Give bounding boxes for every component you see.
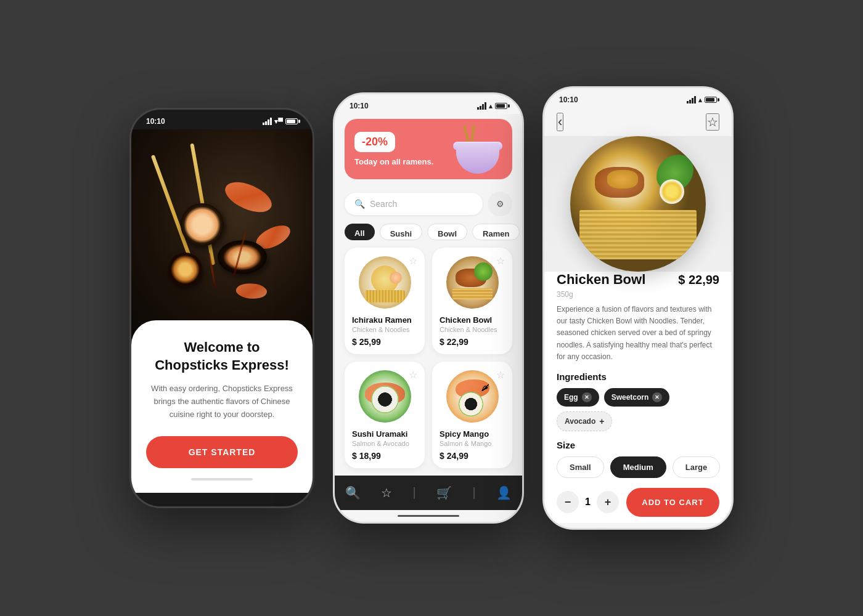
bowl-image xyxy=(446,256,499,309)
sushi-favorite-icon[interactable]: ☆ xyxy=(409,369,417,381)
status-bar-1: 10:10 ▾▀ xyxy=(131,110,313,129)
sushi-image xyxy=(359,370,411,423)
category-all[interactable]: All xyxy=(345,224,375,240)
ramen-sub: Chicken & Noodles xyxy=(352,326,417,333)
ingredient-egg[interactable]: Egg ✕ xyxy=(557,388,599,407)
detail-header: ‹ ☆ xyxy=(544,108,732,136)
nav-favorites-icon[interactable]: ☆ xyxy=(381,485,392,500)
home-indicator-2 xyxy=(398,515,459,517)
spicy-name: Spicy Mango xyxy=(440,429,505,439)
promo-bowl-illustration xyxy=(453,124,502,174)
size-medium[interactable]: Medium xyxy=(610,456,666,478)
food-card-sushi[interactable]: ☆ Sushi Uramaki Salmon & Avocado $ 18,99 xyxy=(345,362,425,468)
spicy-image-wrap: 🌶 xyxy=(440,369,505,424)
sushi-sub: Salmon & Avocado xyxy=(352,440,417,447)
ramen-favorite-icon[interactable]: ☆ xyxy=(409,255,417,267)
wifi-icon-1: ▾▀ xyxy=(274,118,283,126)
bowl-noodles xyxy=(579,210,697,259)
food-card-spicy[interactable]: 🌶 ☆ Spicy Mango Salmon & Mango $ 24,99 xyxy=(432,362,512,468)
detail-hero-image xyxy=(544,136,732,272)
sushi-price: $ 18,99 xyxy=(352,451,417,461)
signal-icon-3 xyxy=(687,96,696,103)
nav-profile-icon[interactable]: 👤 xyxy=(496,485,512,500)
sweetcorn-remove-icon[interactable]: ✕ xyxy=(652,392,662,402)
size-options: Small Medium Large xyxy=(557,456,719,478)
get-started-button[interactable]: GET STARTED xyxy=(146,436,298,468)
quantity-value: 1 xyxy=(585,496,591,508)
phone-detail: 10:10 ▴ ‹ ☆ Chicken Bowl xyxy=(542,86,734,530)
favorite-button[interactable]: ☆ xyxy=(706,113,719,131)
welcome-content: Welcome to Chopsticks Express! With easy… xyxy=(131,320,313,493)
promo-discount: -20% xyxy=(354,132,395,152)
bowl-chickpeas xyxy=(607,170,638,188)
ingredient-sweetcorn[interactable]: Sweetcorn ✕ xyxy=(604,388,670,407)
food-card-ramen[interactable]: ☆ Ichiraku Ramen Chicken & Noodles $ 25,… xyxy=(345,248,425,354)
item-title: Chicken Bowl xyxy=(557,272,645,288)
salmon-slice-1 xyxy=(221,174,276,221)
filter-icon: ⚙ xyxy=(496,199,504,209)
avocado-add-icon[interactable]: + xyxy=(599,416,604,426)
wifi-icon-2: ▴ xyxy=(489,102,493,110)
avocado-label: Avocado xyxy=(565,417,595,426)
ingredient-avocado[interactable]: Avocado + xyxy=(557,411,612,431)
search-icon: 🔍 xyxy=(354,199,365,209)
welcome-title: Welcome to Chopsticks Express! xyxy=(146,339,298,374)
spicy-favorite-icon[interactable]: ☆ xyxy=(496,369,505,381)
sushi-roll-3 xyxy=(168,253,202,286)
salmon-slice-3 xyxy=(235,281,268,301)
ramen-image-wrap xyxy=(352,255,417,310)
quantity-control: − 1 + xyxy=(557,491,619,513)
search-bar: 🔍 Search ⚙ xyxy=(345,192,512,216)
nav-cart-icon[interactable]: 🛒 xyxy=(436,485,452,500)
signal-icon-2 xyxy=(477,102,486,110)
item-description: Experience a fusion of flavors and textu… xyxy=(557,304,719,363)
bowl-sub: Chicken & Noodles xyxy=(440,326,505,333)
ramen-name: Ichiraku Ramen xyxy=(352,315,417,325)
status-icons-3: ▴ xyxy=(687,96,717,104)
bottom-navigation: 🔍 ☆ | 🛒 | 👤 xyxy=(335,476,522,510)
ingredients-row: Egg ✕ Sweetcorn ✕ Avocado + xyxy=(557,388,719,431)
sweetcorn-label: Sweetcorn xyxy=(611,393,649,402)
status-bar-3: 10:10 ▴ xyxy=(544,88,732,108)
phone-welcome: 10:10 ▾▀ Welc xyxy=(129,108,314,508)
promo-subtitle: Today on all ramens. xyxy=(354,157,433,166)
size-section: Size Small Medium Large xyxy=(557,440,719,478)
size-large[interactable]: Large xyxy=(673,456,720,478)
phone-menu: 10:10 ▴ -20% Today on all ramens. xyxy=(333,92,524,524)
sushi-scene xyxy=(131,129,313,339)
category-ramen[interactable]: Ramen xyxy=(472,224,520,240)
detail-content: Chicken Bowl $ 22,99 350g Experience a f… xyxy=(544,259,732,523)
promo-bowl-outer xyxy=(456,143,499,174)
search-input-wrap[interactable]: 🔍 Search xyxy=(345,193,483,215)
bowl-egg xyxy=(660,179,684,204)
battery-icon-3 xyxy=(705,97,717,103)
home-indicator-1 xyxy=(191,478,253,480)
bowl-favorite-icon[interactable]: ☆ xyxy=(496,255,505,267)
sushi-name: Sushi Uramaki xyxy=(352,429,417,439)
food-grid: ☆ Ichiraku Ramen Chicken & Noodles $ 25,… xyxy=(335,248,522,468)
food-card-bowl[interactable]: ☆ Chicken Bowl Chicken & Noodles $ 22,99 xyxy=(432,248,512,354)
chicken-bowl-image xyxy=(570,136,706,272)
quantity-increase-button[interactable]: + xyxy=(597,491,619,513)
hero-image xyxy=(131,129,313,339)
spicy-price: $ 24,99 xyxy=(440,451,505,461)
status-icons-2: ▴ xyxy=(477,102,507,110)
egg-label: Egg xyxy=(564,393,578,402)
nav-divider-1: | xyxy=(413,485,416,500)
battery-icon-2 xyxy=(495,103,507,109)
category-bowl[interactable]: Bowl xyxy=(427,224,467,240)
egg-remove-icon[interactable]: ✕ xyxy=(582,392,592,402)
ramen-image xyxy=(359,256,411,309)
filter-button[interactable]: ⚙ xyxy=(488,192,512,216)
bowl-image-wrap xyxy=(440,255,505,310)
signal-icon-1 xyxy=(263,118,272,125)
size-heading: Size xyxy=(557,440,719,450)
size-small[interactable]: Small xyxy=(557,456,604,478)
add-to-cart-button[interactable]: ADD TO CART xyxy=(626,488,719,517)
nav-search-icon[interactable]: 🔍 xyxy=(345,485,361,500)
category-sushi[interactable]: Sushi xyxy=(380,224,422,240)
quantity-decrease-button[interactable]: − xyxy=(557,491,579,513)
back-button[interactable]: ‹ xyxy=(557,113,563,131)
battery-icon-1 xyxy=(285,118,298,124)
bowl-name: Chicken Bowl xyxy=(440,315,505,325)
